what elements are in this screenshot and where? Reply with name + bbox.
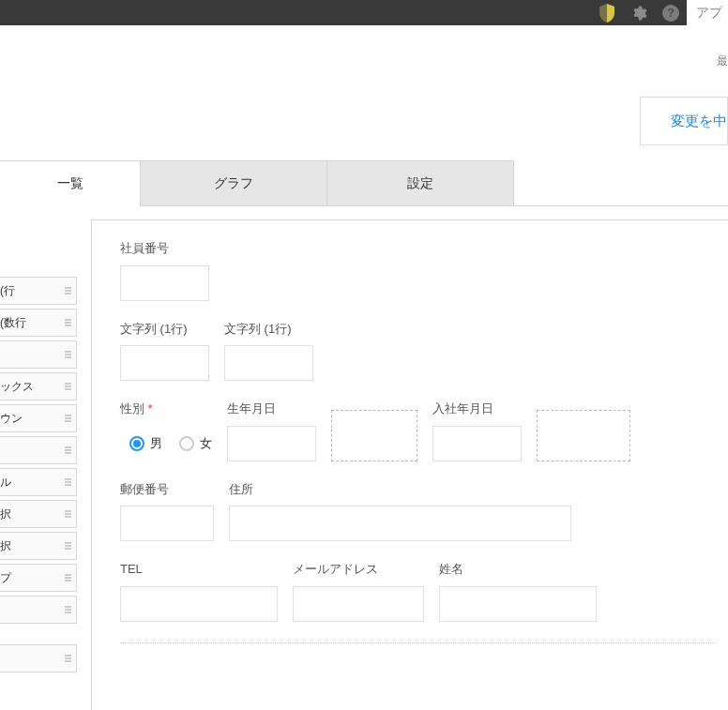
field-string1[interactable]: 文字列 (1行) [120, 322, 209, 382]
palette-item[interactable]: 択 [0, 500, 77, 528]
grip-icon [63, 655, 72, 662]
palette-item[interactable]: ックス [0, 372, 77, 400]
cancel-changes-label: 変更を中 [671, 113, 727, 130]
gender-radio-group: 男 女 [120, 426, 212, 461]
grip-icon [63, 606, 72, 613]
workspace: 行) 数行) ックス ウン ル 択 択 プ 社員番号 文字列 (1行) [0, 206, 728, 710]
palette-item-label: 行) [0, 283, 63, 299]
gender-female-radio[interactable]: 女 [179, 435, 212, 452]
tab-chart-label: グラフ [214, 175, 253, 192]
field-label: 文字列 (1行) [224, 322, 313, 337]
status-note: 最 [717, 53, 728, 69]
radio-label: 女 [200, 435, 212, 452]
tab-settings[interactable]: 設定 [326, 160, 514, 206]
field-label: TEL [120, 562, 278, 577]
field-tel[interactable]: TEL [120, 562, 278, 622]
tab-list-label: 一覧 [57, 175, 83, 192]
field-empty-slot[interactable] [331, 401, 417, 461]
field-label: 郵便番号 [120, 482, 214, 497]
palette-item[interactable] [0, 644, 77, 672]
field-name[interactable]: 姓名 [439, 562, 597, 622]
palette-item-label: ル [0, 475, 63, 491]
palette-item-label: 択 [0, 506, 63, 522]
empty-drop-slot[interactable] [331, 410, 417, 461]
grip-icon [63, 351, 72, 358]
palette-item-label: プ [0, 570, 63, 586]
shield-icon[interactable] [591, 0, 623, 25]
field-gender[interactable]: 性別 男 女 [120, 401, 212, 461]
grip-icon [63, 446, 72, 454]
tel-input[interactable] [120, 586, 278, 622]
field-label: メールアドレス [293, 562, 424, 577]
grip-icon [63, 510, 72, 518]
help-icon[interactable]: ? [655, 0, 687, 25]
name-input[interactable] [439, 586, 597, 622]
field-label: 姓名 [439, 562, 597, 577]
palette-item[interactable] [0, 596, 77, 624]
palette-item[interactable]: 行) [0, 277, 77, 305]
email-input[interactable] [293, 586, 424, 622]
palette-item-label: ックス [0, 379, 63, 395]
field-birthdate[interactable]: 生年月日 [227, 401, 316, 461]
app-settings-tab[interactable]: アプ [687, 0, 728, 25]
radio-dot-icon [179, 436, 194, 451]
palette-item[interactable] [0, 436, 77, 464]
hiredate-input[interactable] [432, 426, 522, 461]
palette-item-label: 択 [0, 538, 63, 554]
empty-drop-slot[interactable] [537, 410, 630, 461]
field-empty-slot[interactable] [537, 401, 630, 461]
grip-icon [63, 319, 72, 326]
tab-chart[interactable]: グラフ [140, 160, 327, 206]
radio-label: 男 [150, 435, 162, 452]
field-employee-number[interactable]: 社員番号 [120, 241, 209, 301]
field-label: 入社年月日 [432, 401, 522, 416]
palette-item-label: 数行) [0, 315, 63, 331]
cancel-changes-button[interactable]: 変更を中 [640, 97, 728, 145]
birthdate-input[interactable] [227, 426, 316, 461]
field-string2[interactable]: 文字列 (1行) [224, 322, 313, 382]
field-label: 社員番号 [120, 241, 209, 256]
grip-icon [63, 383, 72, 390]
field-postal[interactable]: 郵便番号 [120, 482, 214, 542]
grip-icon [63, 287, 72, 295]
palette-item[interactable]: プ [0, 564, 77, 592]
field-label: 性別 [120, 401, 212, 416]
grip-icon [63, 542, 72, 550]
field-hiredate[interactable]: 入社年月日 [432, 401, 522, 461]
grip-icon [63, 415, 72, 422]
palette-item[interactable]: 択 [0, 532, 77, 560]
employee-number-input[interactable] [120, 265, 209, 301]
upper-area: 最 変更を中 [0, 25, 728, 160]
field-label: 生年月日 [227, 401, 316, 416]
gear-icon[interactable] [623, 0, 655, 25]
palette-item[interactable]: 数行) [0, 309, 77, 337]
tab-settings-label: 設定 [407, 175, 433, 192]
top-bar: ? アプ [0, 0, 728, 25]
postal-input[interactable] [120, 506, 214, 541]
palette-item[interactable] [0, 340, 77, 369]
field-palette: 行) 数行) ックス ウン ル 択 択 プ [0, 206, 77, 710]
palette-item-label: ウン [0, 411, 63, 427]
field-address[interactable]: 住所 [229, 482, 571, 542]
grip-icon [63, 478, 72, 486]
tabs: 一覧 グラフ 設定 [0, 160, 728, 206]
radio-dot-icon [129, 436, 144, 451]
palette-item[interactable]: ウン [0, 404, 77, 432]
grip-icon [63, 574, 72, 582]
gender-male-radio[interactable]: 男 [129, 435, 162, 452]
field-label: 文字列 (1行) [120, 322, 209, 337]
field-email[interactable]: メールアドレス [293, 562, 424, 622]
separator [120, 642, 717, 643]
tab-list[interactable]: 一覧 [0, 160, 141, 206]
string1-input[interactable] [120, 345, 209, 381]
string2-input[interactable] [224, 345, 313, 381]
address-input[interactable] [229, 506, 571, 541]
app-settings-label: アプ [696, 5, 722, 22]
field-label: 住所 [229, 482, 571, 497]
palette-item[interactable]: ル [0, 468, 77, 496]
form-canvas: 社員番号 文字列 (1行) 文字列 (1行) 性別 [91, 219, 728, 710]
